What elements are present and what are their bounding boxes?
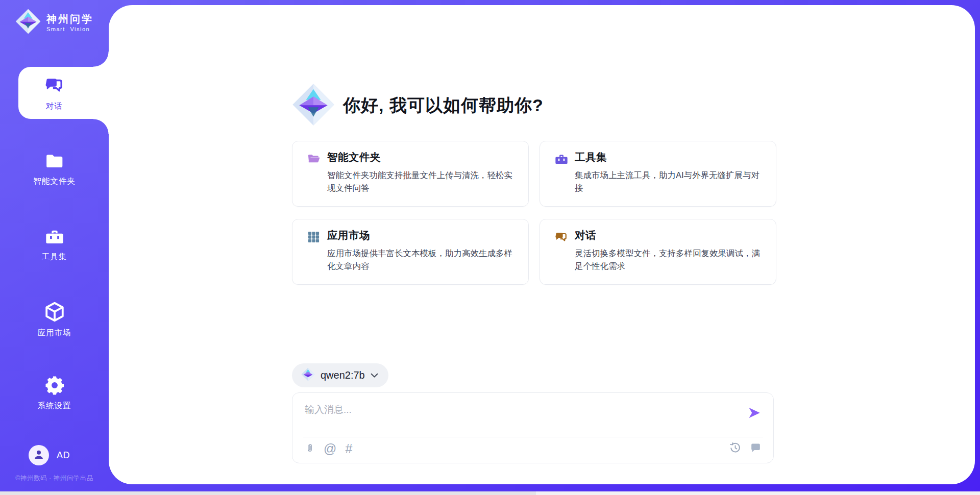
card-description: 灵活切换多模型文件，支持多样回复效果调试，满足个性化需求 [575, 247, 765, 273]
gear-icon [44, 375, 65, 396]
paperclip-icon[interactable] [305, 441, 315, 456]
sidebar-item-app-market[interactable]: 应用市场 [0, 301, 109, 338]
sidebar-item-label: 系统设置 [38, 401, 71, 411]
avatar [29, 445, 49, 465]
grid-icon [307, 230, 321, 246]
sidebar-item-toolset[interactable]: 工具集 [0, 227, 109, 262]
model-selector[interactable]: qwen2:7b [292, 363, 388, 387]
sidebar-footer-credit: ©神州数码 · 神州问学出品 [0, 474, 109, 483]
brand-title: 神州问学 [46, 13, 93, 25]
user-account[interactable]: AD [29, 445, 70, 465]
cube-icon [43, 301, 66, 323]
chevron-down-icon [371, 371, 378, 380]
greeting-title: 你好, 我可以如何帮助你? [343, 94, 544, 117]
message-input[interactable] [305, 402, 744, 418]
sidebar-item-settings[interactable]: 系统设置 [0, 375, 109, 411]
feature-card-smart-folder[interactable]: 智能文件夹 智能文件夹功能支持批量文件上传与清洗，轻松实现文件问答 [292, 141, 529, 207]
card-description: 集成市场上主流工具，助力AI与外界无缝扩展与对接 [575, 169, 765, 194]
diamond-logo-icon [292, 83, 335, 128]
brand-logo: 神州问学 Smart Vision [15, 9, 93, 36]
at-icon[interactable]: @ [324, 441, 336, 456]
message-composer: @ # [292, 392, 774, 463]
person-icon [32, 448, 45, 463]
feature-card-chat[interactable]: 对话 灵活切换多模型文件，支持多样回复效果调试，满足个性化需求 [540, 219, 776, 285]
send-button[interactable] [747, 406, 762, 421]
diamond-logo-icon [15, 9, 41, 36]
chat-icon [554, 230, 569, 246]
horizontal-scrollbar[interactable] [0, 491, 980, 495]
chat-icon [44, 75, 65, 96]
sidebar-item-chat[interactable]: 对话 [0, 75, 109, 112]
active-nav-curve-top [93, 52, 109, 67]
sidebar-item-label: 工具集 [42, 252, 67, 262]
folder-icon [44, 151, 65, 171]
sidebar-item-label: 应用市场 [38, 328, 71, 338]
toolbox-icon [554, 152, 569, 168]
greeting-header: 你好, 我可以如何帮助你? [292, 83, 544, 128]
sidebar-item-label: 智能文件夹 [33, 176, 76, 187]
sidebar: 神州问学 Smart Vision 对话 智能文件夹 [0, 0, 109, 495]
model-name: qwen2:7b [321, 369, 365, 381]
send-icon [747, 414, 762, 422]
history-icon[interactable] [729, 441, 742, 454]
card-description: 智能文件夹功能支持批量文件上传与清洗，轻松实现文件问答 [327, 169, 517, 194]
toolbox-icon [44, 227, 65, 247]
brand-subtitle: Smart Vision [46, 26, 93, 32]
scrollbar-thumb[interactable] [0, 491, 536, 495]
active-nav-curve-bottom [93, 119, 109, 134]
composer-divider [303, 437, 763, 437]
sidebar-item-label: 对话 [46, 101, 63, 112]
hash-icon[interactable]: # [345, 441, 352, 456]
app-window: 神州问学 Smart Vision 对话 智能文件夹 [0, 0, 980, 495]
card-title: 对话 [575, 228, 596, 242]
sidebar-item-smart-folder[interactable]: 智能文件夹 [0, 151, 109, 187]
card-title: 应用市场 [327, 228, 370, 242]
comment-icon[interactable] [749, 441, 762, 454]
user-name: AD [57, 450, 70, 461]
card-title: 智能文件夹 [327, 150, 381, 164]
card-title: 工具集 [575, 150, 607, 164]
card-description: 应用市场提供丰富长文本模板，助力高效生成多样化文章内容 [327, 247, 517, 273]
diamond-logo-icon [301, 367, 315, 383]
feature-card-toolset[interactable]: 工具集 集成市场上主流工具，助力AI与外界无缝扩展与对接 [540, 141, 776, 207]
feature-card-app-market[interactable]: 应用市场 应用市场提供丰富长文本模板，助力高效生成多样化文章内容 [292, 219, 529, 285]
folder-open-icon [307, 152, 321, 168]
